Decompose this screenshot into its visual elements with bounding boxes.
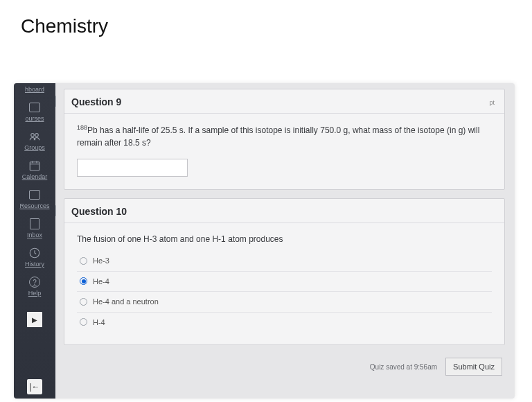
answer-input[interactable] [77, 159, 188, 177]
option-he3[interactable]: He-3 [77, 251, 492, 272]
question-points: pt [489, 99, 495, 106]
bookmark-icon[interactable] [55, 205, 57, 216]
radio-icon [80, 257, 87, 265]
main-content: Question 9 pt 188Pb has a half-life of 2… [55, 83, 515, 399]
sidebar-item-help[interactable]: ? Help [16, 273, 53, 301]
question-header: Question 9 pt [64, 89, 504, 114]
question-body: 188Pb has a half-life of 25.5 s. If a sa… [64, 114, 504, 189]
page-title: Chemistry [0, 0, 532, 37]
app-window: hboard ourses Groups Calendar Resources … [14, 83, 515, 399]
sidebar-item-label: History [25, 261, 44, 268]
sidebar-item-label: Resources [19, 202, 49, 209]
sidebar-item-courses[interactable]: ourses [16, 98, 53, 126]
question-title: Question 9 [71, 96, 121, 107]
option-label: He-3 [93, 255, 109, 267]
question-title: Question 10 [71, 206, 127, 217]
radio-icon [80, 318, 87, 326]
question-10-container: Question 10 The fusion of one H-3 atom a… [64, 198, 505, 345]
inbox-icon [28, 218, 42, 230]
sidebar-item-label: Help [28, 290, 42, 297]
question-header: Question 10 [64, 199, 504, 223]
sidebar-item-label: Inbox [27, 231, 42, 238]
sidebar-item-history[interactable]: History [16, 244, 53, 272]
question-text: The fusion of one H-3 atom and one H-1 a… [77, 233, 492, 245]
option-he4[interactable]: He-4 [77, 272, 492, 292]
question-9-container: Question 9 pt 188Pb has a half-life of 2… [64, 89, 505, 190]
courses-icon [28, 101, 42, 114]
radio-icon [80, 277, 87, 285]
sidebar-item-label: Calendar [22, 173, 48, 180]
bookmark-icon[interactable] [55, 96, 57, 107]
save-status: Quiz saved at 9:56am [370, 363, 437, 371]
sidebar-item-groups[interactable]: Groups [16, 128, 53, 155]
question-card-9: Question 9 pt 188Pb has a half-life of 2… [64, 89, 505, 190]
sidebar-item-dashboard[interactable]: hboard [16, 86, 53, 97]
option-label: H-4 [93, 317, 105, 329]
radio-icon [80, 298, 87, 306]
options-list: He-3 He-4 He-4 and a neutron H-4 [77, 251, 492, 332]
resources-icon [28, 189, 42, 201]
history-icon [28, 247, 42, 259]
quiz-footer: Quiz saved at 9:56am Submit Quiz [64, 353, 505, 377]
svg-rect-2 [30, 162, 39, 171]
sidebar-expand-button[interactable]: |← [27, 379, 42, 394]
calendar-icon [28, 159, 42, 172]
sidebar-item-label: hboard [25, 86, 44, 93]
option-label: He-4 and a neutron [93, 296, 159, 308]
question-text: 188Pb has a half-life of 25.5 s. If a sa… [77, 125, 479, 148]
question-body: The fusion of one H-3 atom and one H-1 a… [64, 223, 504, 344]
submit-quiz-button[interactable]: Submit Quiz [445, 358, 502, 376]
sidebar: hboard ourses Groups Calendar Resources … [14, 83, 55, 399]
sidebar-item-resources[interactable]: Resources [16, 186, 53, 213]
sidebar-item-label: Groups [24, 144, 45, 151]
svg-point-0 [31, 134, 35, 137]
sidebar-toggle-button[interactable]: ▶ [27, 312, 42, 327]
svg-point-1 [35, 134, 39, 137]
option-he4-neutron[interactable]: He-4 and a neutron [77, 292, 492, 313]
sidebar-item-inbox[interactable]: Inbox [16, 215, 53, 243]
groups-icon [28, 130, 42, 143]
question-card-10: Question 10 The fusion of one H-3 atom a… [64, 198, 505, 345]
help-icon: ? [28, 276, 42, 288]
option-label: He-4 [93, 276, 109, 288]
sidebar-item-calendar[interactable]: Calendar [16, 157, 53, 184]
sidebar-item-label: ourses [25, 115, 44, 122]
option-h4[interactable]: H-4 [77, 313, 492, 333]
